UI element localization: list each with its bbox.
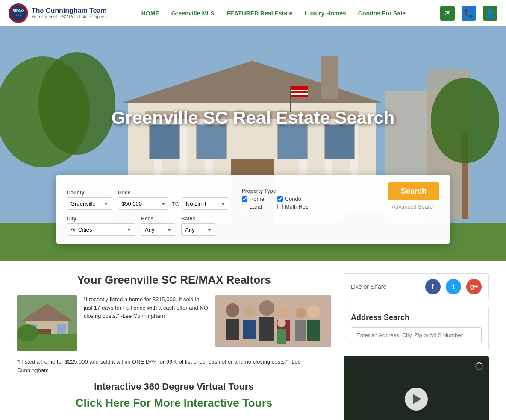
play-icon [413,394,421,404]
svg-rect-58 [277,329,286,344]
twitter-button[interactable]: t [446,279,461,294]
loading-spinner [475,362,483,370]
svg-rect-46 [226,319,239,340]
search-box: County Greenville Spartanburg Anderson P… [56,175,450,244]
logo: RE/MAX ★ ★ ★ The Cunningham Team Your Gr… [9,3,107,23]
price-to-label: TO [172,201,179,210]
svg-rect-56 [307,320,320,341]
logo-text: The Cunningham Team Your Greenville SC R… [32,7,107,19]
property-type-checkboxes: Home Condo Land Multi-Res [242,196,309,210]
svg-point-43 [17,324,38,341]
address-search-title: Address Search [351,313,482,322]
property-type-field: Property Type Home Condo Land Multi-Res [242,188,309,210]
navbar: RE/MAX ★ ★ ★ The Cunningham Team Your Gr… [0,0,506,26]
multires-checkbox[interactable] [277,204,283,209]
video-thumbnail[interactable] [344,356,489,420]
user-icon[interactable]: 👤 [483,6,497,21]
nav-luxury[interactable]: Luxury Homes [305,10,346,17]
svg-rect-16 [197,125,227,159]
baths-label: Baths [181,216,215,222]
content-left: Your Greenville SC RE/MAX Realtors "I re… [17,273,331,420]
price-to-select[interactable]: No Limit $100,000 $200,000 $300,000 $500… [182,197,229,210]
nav-icons: ✉ 📞 👤 [440,6,497,21]
logo-icon: RE/MAX ★ ★ ★ [9,3,28,23]
beds-label: Beds [141,216,175,222]
address-search-box: Address Search [344,306,489,350]
checkbox-multires[interactable]: Multi-Res [277,203,309,210]
property-type-label: Property Type [242,188,309,194]
svg-rect-41 [57,324,66,334]
play-button[interactable] [405,388,428,411]
price-label: Price [118,190,169,196]
beds-field: Beds Any 12345+ [141,216,175,236]
search-button[interactable]: Search [388,182,439,200]
virtual-tours-title: Interactive 360 Degree Virtual Tours [17,381,331,392]
section-title: Your Greenville SC RE/MAX Realtors [17,273,331,287]
price-field: Price $50,000 $75,000 $100,000 $150,000 … [118,190,229,210]
land-checkbox[interactable] [242,204,247,209]
checkbox-condo[interactable]: Condo [277,196,309,202]
svg-point-5 [38,52,115,155]
svg-rect-23 [291,86,308,97]
beds-select[interactable]: Any 12345+ [141,223,175,236]
svg-rect-24 [291,90,308,91]
svg-text:★ ★ ★: ★ ★ ★ [15,14,22,16]
svg-point-35 [431,78,499,163]
condo-checkbox[interactable] [277,196,283,202]
team-photo [215,295,331,347]
social-label: Like or Share [351,283,420,290]
svg-rect-54 [295,320,306,341]
click-here-link[interactable]: Click Here For More Interactive Tours [17,397,331,410]
svg-text:RE/MAX: RE/MAX [12,9,24,12]
advanced-search-link[interactable]: Advanced Search [392,203,436,210]
home-checkbox[interactable] [242,196,247,202]
baths-select[interactable]: Any 1234+ [181,223,215,236]
svg-rect-17 [278,125,308,159]
testimonial-full: "I listed a home for $225,000 and sold i… [17,358,331,374]
svg-point-55 [307,305,320,318]
email-icon[interactable]: ✉ [440,6,455,21]
google-plus-button[interactable]: g+ [466,279,482,294]
svg-rect-25 [291,93,308,95]
search-row-1: County Greenville Spartanburg Anderson P… [67,182,439,210]
main-content: Your Greenville SC RE/MAX Realtors "I re… [0,261,506,420]
svg-point-45 [226,303,239,317]
county-label: County [67,190,112,196]
svg-point-57 [277,319,286,327]
price-from-select[interactable]: $50,000 $75,000 $100,000 $150,000 $200,0… [118,197,169,210]
svg-point-53 [296,308,306,318]
nav-featured[interactable]: FEATURED Real Estate [227,10,293,17]
nav-condos[interactable]: Condos For Sale [358,10,406,17]
search-row-2: City All Cities Greenville Greer Mauldin… [67,216,439,236]
checkbox-land[interactable]: Land [242,203,273,210]
sidebar: Like or Share f t g+ Address Search [344,273,489,420]
nav-greenville-mls[interactable]: Greenville MLS [171,10,215,17]
house-thumbnail [17,295,77,351]
svg-rect-21 [321,56,338,99]
facebook-button[interactable]: f [425,279,441,294]
svg-point-49 [259,300,274,316]
svg-point-51 [278,306,290,318]
county-field: County Greenville Spartanburg Anderson P… [67,190,112,210]
hero-section: Greenville SC Real Estate Search County … [0,26,506,261]
hero-title: Greenville SC Real Estate Search [112,108,395,128]
testimonial-text-1: "I recently listed a home for $315,000. … [84,295,209,351]
social-share: Like or Share f t g+ [344,273,489,300]
nav-home[interactable]: HOME [141,10,159,17]
testimonial-block: "I recently listed a home for $315,000. … [17,295,331,351]
county-select[interactable]: Greenville Spartanburg Anderson Pickens [67,197,112,210]
phone-icon[interactable]: 📞 [462,6,476,21]
checkbox-home[interactable]: Home [242,196,273,202]
logo-subtitle: Your Greenville SC Real Estate Experts [32,15,107,19]
logo-title: The Cunningham Team [32,7,107,15]
baths-field: Baths Any 1234+ [181,216,215,236]
city-select[interactable]: All Cities Greenville Greer Mauldin Simp… [67,223,135,236]
svg-rect-50 [259,317,274,341]
svg-rect-18 [325,125,355,159]
svg-rect-15 [150,125,179,159]
search-actions: Search Advanced Search [388,182,439,210]
address-input[interactable] [351,327,482,343]
city-field: City All Cities Greenville Greer Mauldin… [67,216,135,236]
nav-links: HOME Greenville MLS FEATURED Real Estate… [141,10,406,17]
svg-point-0 [10,5,26,21]
